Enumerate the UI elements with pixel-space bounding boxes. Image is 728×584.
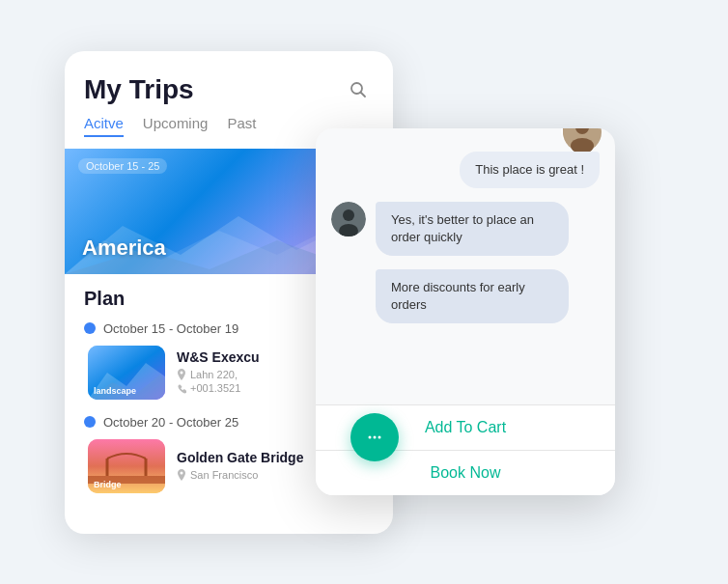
address-text-2: San Francisco <box>190 469 258 481</box>
landscape-image: landscape <box>88 346 165 400</box>
svg-point-18 <box>369 435 372 438</box>
chat-avatar-top <box>561 128 600 150</box>
bubble-1: This place is great ! <box>460 152 600 188</box>
message-2: Yes, it's better to place an order quick… <box>331 202 600 256</box>
hero-date: October 15 - 25 <box>78 158 167 174</box>
tab-past[interactable]: Past <box>227 115 256 137</box>
address-text-1: Lahn 220, <box>190 369 238 380</box>
chat-messages: This place is great ! Yes, it's better t… <box>316 128 615 404</box>
svg-point-16 <box>343 209 354 221</box>
message-3: More discounts for early orders <box>331 269 600 323</box>
date-text-1: October 15 - October 19 <box>103 321 238 336</box>
scene: My Trips Acitve Upcoming Past October 15… <box>45 32 683 553</box>
svg-point-20 <box>378 435 381 438</box>
svg-line-1 <box>361 92 366 97</box>
bubble-2: Yes, it's better to place an order quick… <box>376 202 569 256</box>
search-button[interactable] <box>343 74 374 105</box>
svg-point-19 <box>374 435 377 438</box>
page-title: My Trips <box>84 74 194 105</box>
place-thumb-bridge: Bridge <box>88 439 165 493</box>
trips-header: My Trips <box>65 51 393 115</box>
date-text-2: October 20 - October 25 <box>103 415 238 430</box>
place-thumb-landscape: landscape <box>88 346 165 400</box>
bridge-label: Bridge <box>94 480 122 489</box>
tab-active[interactable]: Acitve <box>84 115 124 137</box>
bridge-image: Bridge <box>88 439 165 493</box>
avatar-left <box>331 202 366 236</box>
message-1: This place is great ! <box>331 152 600 188</box>
bubble-3: More discounts for early orders <box>376 269 569 323</box>
chat-fab-button[interactable] <box>350 413 399 461</box>
date-dot-1 <box>84 322 96 334</box>
date-dot-2 <box>84 416 96 428</box>
landscape-label: landscape <box>94 386 136 396</box>
phone-text-1: +001.3521 <box>190 382 240 394</box>
tab-upcoming[interactable]: Upcoming <box>143 115 209 137</box>
hero-location: America <box>82 236 166 261</box>
